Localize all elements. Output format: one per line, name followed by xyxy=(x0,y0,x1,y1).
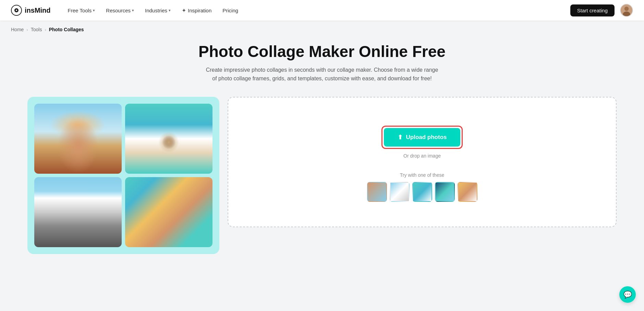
sample-photo-3[interactable] xyxy=(412,182,432,202)
sample-photo-4[interactable] xyxy=(435,182,455,202)
navbar-right: Start creating xyxy=(570,4,633,17)
brand-logo[interactable]: insMind xyxy=(11,5,51,16)
sample-photo-5[interactable] xyxy=(458,182,477,202)
chevron-down-icon: ▾ xyxy=(169,8,171,13)
breadcrumb-current: Photo Collages xyxy=(49,27,84,32)
sample-photos-row xyxy=(367,182,477,202)
spark-icon: ✦ xyxy=(182,7,186,14)
try-label: Try with one of these xyxy=(400,172,444,178)
upload-photos-button[interactable]: ⬆ Upload photos xyxy=(384,128,461,147)
hero-section: Photo Collage Maker Online Free Create i… xyxy=(0,36,644,93)
nav-item-pricing[interactable]: Pricing xyxy=(218,5,243,15)
main-content: ⬆ Upload photos Or drop an image Try wit… xyxy=(0,93,644,268)
breadcrumb-home[interactable]: Home xyxy=(11,27,24,32)
logo-icon xyxy=(11,5,22,16)
drop-text: Or drop an image xyxy=(403,153,441,159)
avatar[interactable] xyxy=(620,4,633,17)
avatar-image xyxy=(621,4,632,16)
sample-photo-1[interactable] xyxy=(367,182,387,202)
nav-label-inspiration: Inspiration xyxy=(188,8,211,13)
upload-button-label: Upload photos xyxy=(406,134,447,141)
sample-photo-2[interactable] xyxy=(390,182,410,202)
brand-name: insMind xyxy=(25,7,51,14)
nav-label-resources: Resources xyxy=(106,8,131,13)
nav-label-pricing: Pricing xyxy=(222,8,238,13)
upload-icon: ⬆ xyxy=(398,134,403,141)
nav-item-free-tools[interactable]: Free Tools ▾ xyxy=(63,5,100,15)
page-title: Photo Collage Maker Online Free xyxy=(7,43,637,61)
nav-item-industries[interactable]: Industries ▾ xyxy=(140,5,175,15)
collage-preview-panel xyxy=(27,97,219,254)
collage-photo-2 xyxy=(125,104,212,174)
collage-photo-1 xyxy=(34,104,122,174)
chat-icon: 💬 xyxy=(623,290,632,299)
nav-menu: Free Tools ▾ Resources ▾ Industries ▾ ✦ … xyxy=(63,5,570,16)
upload-panel: ⬆ Upload photos Or drop an image Try wit… xyxy=(228,97,617,227)
collage-grid xyxy=(34,104,212,247)
breadcrumb-tools[interactable]: Tools xyxy=(31,27,42,32)
collage-photo-4 xyxy=(125,177,212,247)
upload-button-wrapper: ⬆ Upload photos xyxy=(381,126,463,149)
start-creating-button[interactable]: Start creating xyxy=(570,4,615,16)
chevron-down-icon: ▾ xyxy=(132,8,134,13)
breadcrumb: Home › Tools › Photo Collages xyxy=(0,21,644,36)
nav-label-free-tools: Free Tools xyxy=(68,8,92,13)
svg-point-4 xyxy=(624,7,629,11)
chevron-down-icon: ▾ xyxy=(93,8,95,13)
hero-subtitle: Create impressive photo collages in seco… xyxy=(206,66,439,83)
nav-item-resources[interactable]: Resources ▾ xyxy=(101,5,139,15)
collage-photo-3 xyxy=(34,177,122,247)
chat-bubble[interactable]: 💬 xyxy=(619,286,636,303)
nav-label-industries: Industries xyxy=(145,8,167,13)
breadcrumb-sep-1: › xyxy=(26,27,28,32)
nav-item-inspiration[interactable]: ✦ Inspiration xyxy=(177,5,216,16)
svg-point-2 xyxy=(16,10,17,11)
breadcrumb-sep-2: › xyxy=(45,27,46,32)
navbar: insMind Free Tools ▾ Resources ▾ Industr… xyxy=(0,0,644,21)
